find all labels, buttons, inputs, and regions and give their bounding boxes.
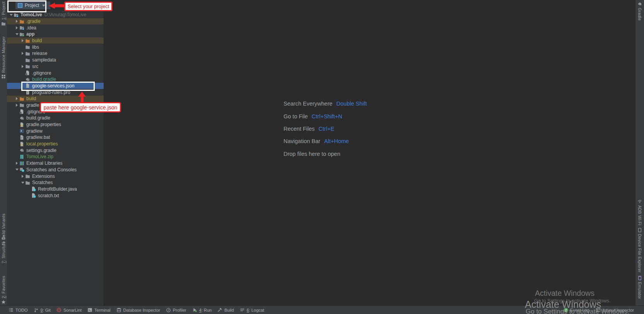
folder-icon [25,51,31,56]
tree-row-libs[interactable]: libs [7,44,104,50]
git-icon [34,307,39,312]
tree-row-external-libraries[interactable]: External Libraries [7,160,104,167]
tree-row-scratch-txt[interactable]: scratch.txt [7,192,104,199]
tree-row-gradle[interactable]: .gradle [7,18,104,25]
folder-icon [25,174,31,179]
tree-item-label: build.gradle [26,115,50,121]
tree-row-scratches-and-consoles[interactable]: Scratches and Consoles [7,167,104,173]
tree-item-label: libs [32,44,39,50]
database-icon [116,307,121,312]
chevron-right-icon[interactable] [20,39,25,42]
tree-row-build[interactable]: build [7,96,104,102]
tool-window-button-structure[interactable]: 7: Structure [0,235,7,263]
tree-row-tomolive[interactable]: TomoLiveD:\Anurag\TomoLive [7,12,104,18]
tool-window-label: 7: Structure [1,241,6,263]
tree-row-gradlew-bat[interactable]: gradlew.bat [7,134,104,141]
chevron-right-icon[interactable] [20,175,25,178]
tree-row-src[interactable]: src [7,63,104,70]
folder-icon [25,64,31,69]
tree-row-idea[interactable]: .idea [7,24,104,31]
status-button-git[interactable]: 9: Git [34,307,51,312]
status-button-build[interactable]: Build [217,307,234,312]
tree-item-label: gradle.properties [26,122,61,127]
tree-row-build-gradle[interactable]: build.gradle [7,115,104,121]
chevron-right-icon[interactable] [14,97,19,100]
annotation-highlight-dropdown [7,0,46,12]
status-button-label: 9: Git [41,308,51,312]
tool-window-button-gradle[interactable]: Gradle [635,2,644,20]
tree-row-settings-gradle[interactable]: settings.gradle [7,147,104,154]
shortcut-line-navigation-bar: Navigation BarAlt+Home [284,135,367,147]
shortcut-line-go-to-file: Go to FileCtrl+Shift+N [284,110,367,122]
tree-item-label: TomoLive.zip [26,154,53,159]
tree-row-gradlew[interactable]: gradlew [7,128,104,134]
folder-icon [19,102,25,108]
status-button-layout-inspector[interactable]: Layout Inspector [596,307,634,312]
status-button-label: 4: Run [199,308,212,312]
chevron-right-icon[interactable] [20,65,25,68]
tree-row-gradle-properties[interactable]: gradle.properties [7,121,104,128]
shortcut-label: Navigation Bar [284,138,320,144]
annotation-select-project: Select your project [64,2,113,11]
gradle-sm-icon [637,2,642,6]
tree-row-retrofitbuilder-java[interactable]: RetrofitBuilder.java [7,186,104,193]
project-tree-panel: TomoLiveD:\Anurag\TomoLive.gradle.ideaap… [7,10,104,305]
tree-row-release[interactable]: release [7,50,104,57]
tree-item-label: gradlew [26,128,43,134]
chevron-down-icon[interactable] [14,169,19,171]
tool-window-label: 2: Favorites [1,276,6,298]
tool-window-button-resource-manager[interactable]: Resource Manager [0,36,7,79]
chevron-right-icon[interactable] [14,20,19,23]
tree-row-scratches[interactable]: Scratches [7,179,104,186]
right-tool-stripe: GradleADB Wi-FiDevice File ExplorerEmula… [635,0,644,305]
tree-row-build[interactable]: build [7,38,104,44]
shortcut-keys: Alt+Home [324,138,349,144]
tree-row-extensions[interactable]: Extensions [7,173,104,179]
tree-row-gitignore[interactable]: .gitignore [7,70,104,76]
logcat-icon [240,307,245,312]
tree-row-tomolive-zip[interactable]: TomoLive.zip [7,154,104,160]
shortcut-line-recent-files: Recent FilesCtrl+E [284,123,367,135]
chevron-down-icon[interactable] [14,33,19,35]
tree-row-sampledata[interactable]: sampledata [7,57,104,63]
status-button-database-inspector[interactable]: Database Inspector [116,307,160,312]
folder-icon [25,44,31,49]
status-button-event-log[interactable]: 2Event Log [564,308,589,312]
tree-item-label: Scratches and Consoles [26,167,77,172]
tree-item-label: .gitignore [32,70,51,76]
chevron-right-icon[interactable] [14,26,19,29]
tool-window-button-emulator[interactable]: Emulator [635,276,644,299]
folder-orange-icon [19,96,25,101]
status-button-label: Profiler [173,308,186,312]
tree-row-local-properties[interactable]: local.properties [7,141,104,147]
tree-item-label: Scratches [32,180,53,185]
status-button-run[interactable]: 4: Run [192,307,212,312]
chevron-right-icon[interactable] [14,104,19,107]
tool-window-button-favorites[interactable]: 2: Favorites [0,276,7,304]
status-button-label: Database Inspector [123,308,160,312]
tree-item-label: sampledata [32,57,56,63]
status-button-sonarlint[interactable]: SonarLint [56,307,82,312]
event-count-badge: 2 [564,308,568,312]
status-button-label: TODO [15,308,28,312]
chevron-right-icon[interactable] [14,162,19,165]
status-button-todo[interactable]: TODO [9,307,28,312]
scratches-icon [19,167,25,172]
tree-item-label: .idea [26,25,36,31]
tree-row-app[interactable]: app [7,31,104,38]
shortcut-label: Search Everywhere [284,101,333,107]
chevron-down-icon[interactable] [20,182,25,184]
annotation-arrow-left-shaft [55,4,64,7]
chevron-right-icon[interactable] [20,52,25,55]
structure-icon [1,235,6,239]
status-button-profiler[interactable]: Profiler [166,307,186,312]
status-button-logcat[interactable]: 6: Logcat [240,307,264,312]
properties-icon [19,122,25,127]
tool-window-button-device-file-explorer[interactable]: Device File Explorer [635,228,644,273]
annotation-arrow-up-shaft [81,97,84,102]
tool-window-button-project[interactable]: 1: Project [0,2,7,26]
status-button-terminal[interactable]: Terminal [87,307,111,312]
chevron-down-icon[interactable] [9,14,14,16]
folder-icon [1,21,6,26]
tool-window-button-adb-wifi[interactable]: ADB Wi-Fi [635,199,644,225]
